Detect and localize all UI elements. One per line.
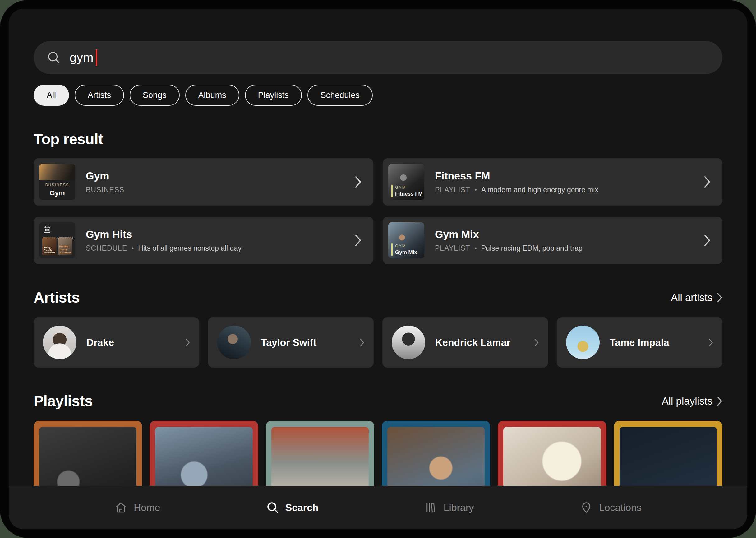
playlist-thumbnail: GYM Gym Mix: [388, 222, 424, 258]
top-result-grid: BUSINESS Gym Gym BUSINESS GY: [33, 158, 723, 264]
artist-card-drake[interactable]: Drake: [33, 317, 199, 368]
avatar: [392, 326, 425, 359]
result-title: Gym: [86, 170, 355, 182]
artist-card-kendrick-lamar[interactable]: Kendrick Lamar: [382, 317, 548, 368]
top-result-heading: Top result: [33, 131, 103, 148]
all-artists-link[interactable]: All artists: [671, 292, 723, 303]
text-cursor: [96, 49, 97, 66]
artist-card-taylor-swift[interactable]: Taylor Swift: [208, 317, 374, 368]
result-title: Gym Hits: [86, 228, 355, 241]
all-playlists-link[interactable]: All playlists: [662, 395, 723, 407]
chip-all[interactable]: All: [33, 84, 69, 106]
result-type: SCHEDULE: [86, 244, 127, 252]
result-card-fitness-fm[interactable]: GYM Fitness FM Fitness FM PLAYLIST • A m…: [383, 158, 723, 205]
result-description: Hits of all genres nonstop all day: [138, 244, 241, 252]
home-icon: [114, 501, 127, 514]
chevron-right-icon: [717, 293, 723, 302]
chip-playlists[interactable]: Playlists: [245, 84, 302, 106]
chevron-right-icon: [704, 176, 711, 188]
chip-songs[interactable]: Songs: [129, 84, 180, 106]
result-card-gym-business[interactable]: BUSINESS Gym Gym BUSINESS: [33, 158, 373, 205]
business-thumbnail: BUSINESS Gym: [39, 164, 75, 200]
avatar: [217, 326, 251, 359]
schedule-thumbnail: READY-MADE Family-FriendlyRestaurant Fam…: [39, 222, 75, 258]
filter-chips: All Artists Songs Albums Playlists Sched…: [33, 84, 723, 106]
chevron-right-icon: [704, 234, 711, 246]
chevron-right-icon: [717, 396, 723, 406]
result-type: BUSINESS: [86, 186, 124, 194]
calendar-icon: [43, 226, 51, 234]
mini-thumb-trendy: Familiar,Trendy& Current: [58, 237, 73, 255]
chevron-right-icon: [355, 176, 362, 188]
chip-artists[interactable]: Artists: [75, 84, 124, 106]
result-description: A modern and high energy genre mix: [481, 186, 598, 194]
app-window: gym All Artists Songs Albums Playlists S…: [9, 9, 747, 529]
playlists-heading: Playlists: [33, 393, 93, 409]
search-icon: [266, 501, 279, 514]
nav-search[interactable]: Search: [266, 501, 319, 514]
chevron-right-icon: [360, 338, 364, 347]
chip-albums[interactable]: Albums: [185, 84, 239, 106]
result-card-gym-mix[interactable]: GYM Gym Mix Gym Mix PLAYLIST • Pulse rac…: [383, 217, 723, 264]
result-type: PLAYLIST: [435, 244, 470, 252]
avatar: [43, 326, 76, 359]
result-description: Pulse racing EDM, pop and trap: [481, 244, 582, 252]
mini-thumb-restaurant: Family-FriendlyRestaurant: [42, 237, 57, 255]
dot-separator: •: [475, 245, 477, 252]
nav-locations[interactable]: Locations: [580, 501, 642, 514]
search-query-text: gym: [70, 51, 94, 65]
chevron-right-icon: [534, 338, 539, 347]
chip-schedules[interactable]: Schedules: [307, 84, 373, 106]
chevron-right-icon: [185, 338, 190, 347]
artists-heading: Artists: [33, 289, 80, 306]
playlist-thumbnail: GYM Fitness FM: [388, 164, 424, 200]
nav-home[interactable]: Home: [114, 501, 160, 514]
nav-library[interactable]: Library: [424, 501, 474, 514]
result-title: Fitness FM: [435, 170, 704, 182]
search-icon: [47, 50, 61, 65]
artists-grid: Drake Taylor Swift Kendrick Lamar Tame I…: [33, 317, 723, 368]
result-title: Gym Mix: [435, 228, 704, 241]
tag-bar: [391, 243, 393, 256]
result-type: PLAYLIST: [435, 186, 470, 194]
bottom-nav: Home Search Library Locations: [9, 486, 747, 529]
dot-separator: •: [131, 245, 134, 252]
chevron-right-icon: [355, 234, 362, 246]
location-pin-icon: [580, 501, 593, 514]
library-icon: [424, 501, 437, 514]
chevron-right-icon: [708, 338, 713, 347]
main-content: gym All Artists Songs Albums Playlists S…: [9, 41, 747, 529]
artist-card-tame-impala[interactable]: Tame Impala: [557, 317, 723, 368]
tag-bar: [391, 185, 393, 197]
search-input[interactable]: gym: [33, 41, 723, 74]
avatar: [566, 326, 600, 359]
dot-separator: •: [475, 186, 477, 193]
result-card-gym-hits[interactable]: READY-MADE Family-FriendlyRestaurant Fam…: [33, 217, 373, 264]
